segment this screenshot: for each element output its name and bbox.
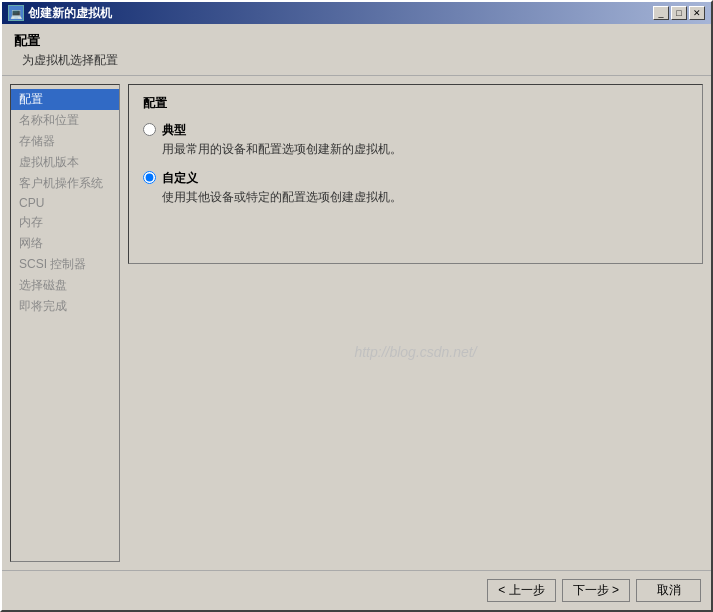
maximize-button[interactable]: □ — [671, 6, 687, 20]
typical-radio[interactable] — [143, 123, 156, 136]
typical-label-desc: 用最常用的设备和配置选项创建新的虚拟机。 — [162, 141, 402, 158]
sidebar-item-vm-version: 虚拟机版本 — [11, 152, 119, 173]
main-area: 配置 名称和位置 存储器 虚拟机版本 客户机操作系统 CPU 内存 网络 SCS… — [2, 76, 711, 570]
custom-label[interactable]: 自定义 使用其他设备或特定的配置选项创建虚拟机。 — [162, 170, 402, 206]
content-area: 配置 典型 用最常用的设备和配置选项创建新的虚拟机。 自定义 使用其他设备或特定… — [128, 84, 703, 562]
sidebar-item-storage: 存储器 — [11, 131, 119, 152]
title-bar: 💻 创建新的虚拟机 _ □ ✕ — [2, 2, 711, 24]
title-bar-left: 💻 创建新的虚拟机 — [8, 5, 112, 22]
typical-option: 典型 用最常用的设备和配置选项创建新的虚拟机。 — [143, 122, 688, 158]
custom-option: 自定义 使用其他设备或特定的配置选项创建虚拟机。 — [143, 170, 688, 206]
config-panel: 配置 典型 用最常用的设备和配置选项创建新的虚拟机。 自定义 使用其他设备或特定… — [128, 84, 703, 264]
window-title: 创建新的虚拟机 — [28, 5, 112, 22]
bottom-bar: < 上一步 下一步 > 取消 — [2, 570, 711, 610]
window-icon: 💻 — [8, 5, 24, 21]
cancel-button[interactable]: 取消 — [636, 579, 701, 602]
minimize-button[interactable]: _ — [653, 6, 669, 20]
sidebar: 配置 名称和位置 存储器 虚拟机版本 客户机操作系统 CPU 内存 网络 SCS… — [10, 84, 120, 562]
custom-label-desc: 使用其他设备或特定的配置选项创建虚拟机。 — [162, 189, 402, 206]
main-window: 💻 创建新的虚拟机 _ □ ✕ 配置 为虚拟机选择配置 配置 名称和位置 存储器… — [0, 0, 713, 612]
typical-label-title: 典型 — [162, 122, 402, 139]
sidebar-item-cpu: CPU — [11, 194, 119, 212]
next-button[interactable]: 下一步 > — [562, 579, 630, 602]
panel-title: 配置 — [143, 95, 688, 112]
sidebar-item-memory: 内存 — [11, 212, 119, 233]
sidebar-item-name-location: 名称和位置 — [11, 110, 119, 131]
typical-label[interactable]: 典型 用最常用的设备和配置选项创建新的虚拟机。 — [162, 122, 402, 158]
watermark: http://blog.csdn.net/ — [128, 344, 703, 360]
sidebar-item-finish: 即将完成 — [11, 296, 119, 317]
sidebar-item-network: 网络 — [11, 233, 119, 254]
close-button[interactable]: ✕ — [689, 6, 705, 20]
sidebar-item-scsi: SCSI 控制器 — [11, 254, 119, 275]
custom-label-title: 自定义 — [162, 170, 402, 187]
custom-radio[interactable] — [143, 171, 156, 184]
header-section: 配置 为虚拟机选择配置 — [2, 24, 711, 76]
sidebar-item-select-disk: 选择磁盘 — [11, 275, 119, 296]
header-subtitle: 为虚拟机选择配置 — [22, 52, 699, 69]
back-button[interactable]: < 上一步 — [487, 579, 555, 602]
sidebar-item-config[interactable]: 配置 — [11, 89, 119, 110]
sidebar-item-guest-os: 客户机操作系统 — [11, 173, 119, 194]
header-title: 配置 — [14, 32, 699, 50]
title-bar-buttons: _ □ ✕ — [653, 6, 705, 20]
